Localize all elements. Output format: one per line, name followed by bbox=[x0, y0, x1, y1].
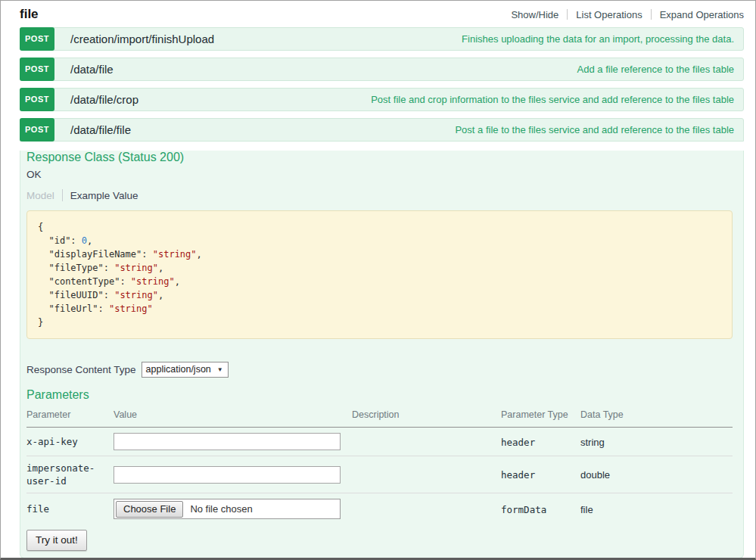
page-header: file Show/Hide List Operations Expand Op… bbox=[20, 1, 744, 27]
param-type: header bbox=[501, 437, 535, 448]
response-tabs: Model Example Value bbox=[26, 189, 733, 201]
api-nav: Show/Hide List Operations Expand Operati… bbox=[511, 9, 744, 20]
endpoint-group-data-file-file: POST /data/file/file Post a file to the … bbox=[20, 118, 744, 558]
try-it-out-button[interactable]: Try it out! bbox=[26, 530, 87, 551]
nav-list-operations[interactable]: List Operations bbox=[576, 9, 642, 20]
endpoint-row-data-file-file[interactable]: POST /data/file/file Post a file to the … bbox=[20, 118, 744, 142]
endpoint-path: /data/file bbox=[70, 63, 577, 76]
response-status-text: OK bbox=[26, 169, 733, 180]
endpoint-summary: Add a file reference to the files table bbox=[577, 64, 734, 75]
param-name: x-api-key bbox=[26, 435, 114, 448]
param-value-input-x-api-key[interactable] bbox=[114, 433, 341, 450]
chevron-down-icon: ▼ bbox=[217, 366, 223, 373]
method-badge: POST bbox=[20, 88, 54, 111]
column-parameter: Parameter bbox=[26, 403, 114, 428]
tab-example-value[interactable]: Example Value bbox=[70, 190, 138, 201]
endpoint-summary: Post a file to the files service and add… bbox=[455, 124, 734, 135]
response-content-type-label: Response Content Type bbox=[26, 364, 136, 375]
endpoint-path: /data/file/file bbox=[70, 123, 455, 136]
file-status-text: No file chosen bbox=[190, 503, 252, 515]
operation-panel: Response Class (Status 200) OK Model Exa… bbox=[20, 151, 744, 558]
response-content-type-row: Response Content Type application/json ▼ bbox=[26, 362, 733, 378]
param-row-file: file Choose File No file chosen formData… bbox=[26, 493, 733, 525]
param-name: impersonate-user-id bbox=[26, 462, 114, 487]
example-json-code: { "id": 0, "displayFileName": "string", … bbox=[38, 220, 721, 329]
method-badge: POST bbox=[20, 118, 54, 142]
file-upload-input: Choose File No file chosen bbox=[114, 499, 341, 519]
method-badge: POST bbox=[20, 58, 54, 81]
column-value: Value bbox=[114, 403, 352, 428]
endpoint-path: /creation/import/finishUpload bbox=[70, 33, 462, 45]
data-type: double bbox=[580, 469, 610, 481]
nav-separator bbox=[567, 9, 568, 20]
param-type: header bbox=[501, 469, 535, 481]
data-type: string bbox=[580, 437, 605, 448]
param-row-x-api-key: x-api-key header string bbox=[26, 428, 733, 456]
nav-expand-operations[interactable]: Expand Operations bbox=[660, 9, 744, 20]
param-type: formData bbox=[501, 504, 546, 515]
swagger-window: file Show/Hide List Operations Expand Op… bbox=[0, 0, 756, 560]
tab-separator bbox=[62, 189, 63, 201]
endpoint-row-finish-upload[interactable]: POST /creation/import/finishUpload Finis… bbox=[20, 27, 744, 51]
param-name: file bbox=[26, 502, 114, 515]
endpoint-row-data-file[interactable]: POST /data/file Add a file reference to … bbox=[20, 58, 744, 81]
parameters-header-row: Parameter Value Description Parameter Ty… bbox=[26, 403, 733, 428]
data-type: file bbox=[580, 504, 593, 515]
method-badge: POST bbox=[20, 27, 54, 51]
column-description: Description bbox=[352, 403, 501, 428]
parameters-heading: Parameters bbox=[26, 388, 733, 402]
tab-model[interactable]: Model bbox=[26, 190, 54, 201]
endpoint-summary: Finishes uploading the data for an impor… bbox=[462, 33, 734, 45]
parameters-table: Parameter Value Description Parameter Ty… bbox=[26, 403, 733, 524]
column-data-type: Data Type bbox=[580, 403, 733, 428]
endpoint-row-data-file-crop[interactable]: POST /data/file/crop Post file and crop … bbox=[20, 88, 744, 111]
param-value-input-impersonate-user-id[interactable] bbox=[114, 466, 341, 484]
response-content-type-value: application/json bbox=[146, 364, 211, 375]
nav-show-hide[interactable]: Show/Hide bbox=[511, 9, 558, 20]
response-class-heading: Response Class (Status 200) bbox=[26, 151, 733, 164]
response-content-type-select[interactable]: application/json ▼ bbox=[142, 362, 229, 378]
column-parameter-type: Parameter Type bbox=[501, 403, 580, 428]
page-title: file bbox=[20, 7, 39, 22]
nav-separator bbox=[651, 9, 652, 20]
endpoint-path: /data/file/crop bbox=[70, 93, 371, 106]
endpoint-summary: Post file and crop information to the fi… bbox=[371, 94, 734, 105]
example-json-box: { "id": 0, "displayFileName": "string", … bbox=[26, 210, 733, 339]
choose-file-button[interactable]: Choose File bbox=[116, 501, 183, 518]
param-row-impersonate-user-id: impersonate-user-id header double bbox=[26, 456, 733, 493]
